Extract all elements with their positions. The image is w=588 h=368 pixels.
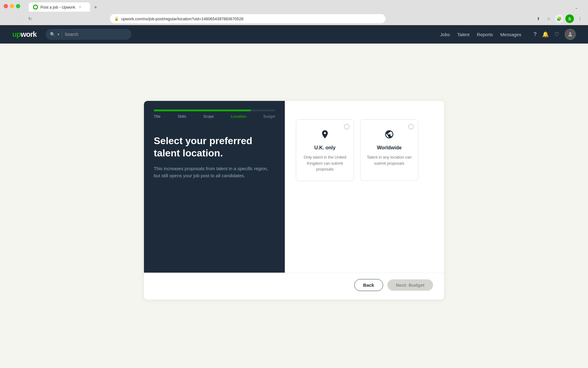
- minimize-window-button[interactable]: [10, 4, 14, 8]
- option-title-worldwide: Worldwide: [377, 145, 402, 151]
- browser-titlebar: Post a job - Upwork × + ⌄: [0, 0, 588, 12]
- bottom-actions: Back Next: Budget: [144, 273, 444, 300]
- nav-messages[interactable]: Messages: [500, 32, 521, 37]
- search-input[interactable]: Search: [65, 32, 78, 37]
- traffic-lights: [4, 4, 20, 8]
- help-icon[interactable]: ?: [533, 31, 537, 38]
- radio-uk-only[interactable]: [344, 124, 349, 129]
- browser-forward-button[interactable]: →: [15, 14, 23, 23]
- header-icons: ? 🔔 ♡: [533, 29, 576, 40]
- extensions-icon[interactable]: 🧩: [555, 14, 564, 23]
- globe-icon: [384, 129, 394, 141]
- page-content: Title Skills Scope Location Budget Selec…: [0, 44, 588, 357]
- job-post-container: Title Skills Scope Location Budget Selec…: [144, 101, 444, 300]
- nav-talent[interactable]: Talent: [457, 32, 469, 37]
- search-bar[interactable]: 🔍 ▾ Search: [46, 29, 131, 40]
- tab-favicon: [33, 5, 38, 10]
- option-card-worldwide[interactable]: Worldwide Talent in any location can sub…: [360, 119, 418, 181]
- site-header: upwork 🔍 ▾ Search Jobs Talent Reports Me…: [0, 25, 588, 44]
- back-button[interactable]: Back: [354, 279, 383, 291]
- main-nav: Jobs Talent Reports Messages: [440, 32, 521, 37]
- location-pin-icon: [320, 129, 330, 141]
- svg-point-0: [569, 32, 571, 34]
- notifications-icon[interactable]: 🔔: [542, 31, 549, 38]
- step-location[interactable]: Location: [231, 114, 246, 119]
- upwork-app: upwork 🔍 ▾ Search Jobs Talent Reports Me…: [0, 25, 588, 357]
- job-post-body: Title Skills Scope Location Budget Selec…: [144, 101, 444, 273]
- progress-section: Title Skills Scope Location Budget: [144, 101, 285, 125]
- option-desc-uk-only: Only talent in the United Kingdom can su…: [302, 154, 348, 172]
- maximize-window-button[interactable]: [16, 4, 20, 8]
- url-bar[interactable]: 🔒 upwork.com/nx/job-post/regular/locatio…: [110, 14, 386, 23]
- browser-menu-icon[interactable]: ⋮: [576, 14, 584, 23]
- browser-tab-active[interactable]: Post a job - Upwork ×: [29, 2, 90, 12]
- option-cards: U.K. only Only talent in the United King…: [296, 113, 433, 260]
- step-scope[interactable]: Scope: [203, 114, 214, 119]
- browser-refresh-button[interactable]: ↻: [26, 14, 34, 23]
- bookmark-icon[interactable]: ☆: [545, 14, 553, 23]
- left-content: Select your preferred talent location. T…: [144, 125, 285, 273]
- option-card-uk-only[interactable]: U.K. only Only talent in the United King…: [296, 119, 354, 181]
- favorites-icon[interactable]: ♡: [554, 31, 559, 38]
- tab-bar: Post a job - Upwork × + ⌄: [25, 1, 584, 12]
- browser-chrome: Post a job - Upwork × + ⌄ ← → ↻ 🔒 upwork…: [0, 0, 588, 25]
- tab-close-button[interactable]: ×: [77, 5, 82, 10]
- tab-list-icon[interactable]: ⌄: [572, 3, 581, 12]
- share-icon[interactable]: ⬆: [534, 14, 543, 23]
- search-type-dropdown[interactable]: ▾: [58, 32, 59, 36]
- step-budget: Budget: [263, 114, 275, 119]
- security-lock-icon: 🔒: [114, 17, 119, 21]
- page-subtext: This increases proposals from talent in …: [154, 165, 275, 179]
- option-title-uk-only: U.K. only: [314, 145, 335, 151]
- browser-back-button[interactable]: ←: [4, 14, 12, 23]
- search-icon: 🔍: [50, 32, 55, 37]
- page-heading: Select your preferred talent location.: [154, 135, 275, 159]
- nav-reports[interactable]: Reports: [477, 32, 493, 37]
- new-tab-button[interactable]: +: [91, 3, 100, 12]
- browser-user-avatar[interactable]: S: [565, 14, 574, 23]
- progress-bar-track: [154, 109, 275, 111]
- option-desc-worldwide: Talent in any location can submit propos…: [367, 154, 412, 166]
- nav-jobs[interactable]: Jobs: [440, 32, 450, 37]
- progress-bar-fill: [154, 109, 251, 111]
- next-budget-button[interactable]: Next: Budget: [387, 279, 433, 291]
- left-panel: Title Skills Scope Location Budget Selec…: [144, 101, 285, 273]
- right-panel: U.K. only Only talent in the United King…: [285, 101, 444, 273]
- url-text: upwork.com/nx/job-post/regular/location?…: [121, 17, 243, 21]
- address-bar: ← → ↻ 🔒 upwork.com/nx/job-post/regular/l…: [0, 12, 588, 25]
- radio-worldwide[interactable]: [408, 124, 414, 129]
- step-title[interactable]: Title: [154, 114, 160, 119]
- close-window-button[interactable]: [4, 4, 8, 8]
- tab-title: Post a job - Upwork: [40, 5, 75, 10]
- search-divider: [62, 32, 62, 37]
- progress-steps: Title Skills Scope Location Budget: [154, 114, 275, 119]
- upwork-logo[interactable]: upwork: [12, 30, 36, 39]
- step-skills[interactable]: Skills: [178, 114, 186, 119]
- address-bar-actions: ⬆ ☆ 🧩 S ⋮: [534, 14, 584, 23]
- user-avatar[interactable]: [565, 29, 576, 40]
